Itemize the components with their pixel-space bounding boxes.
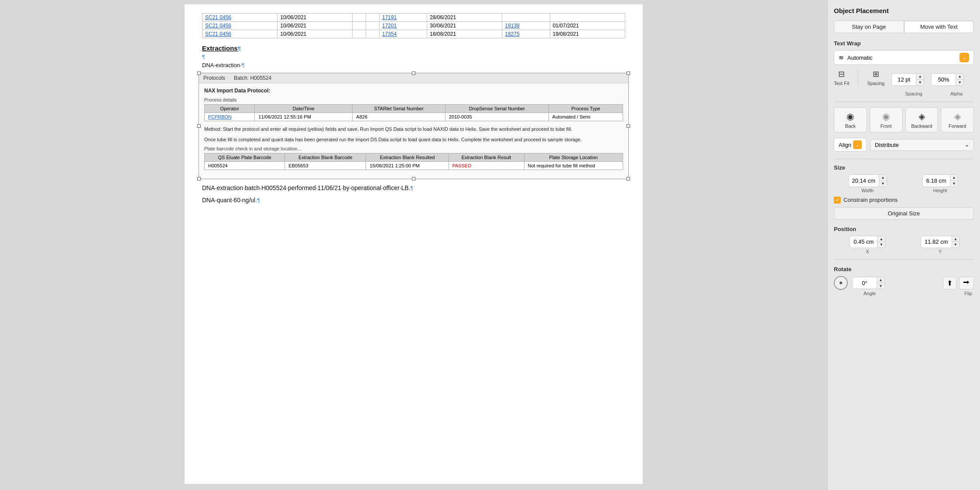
pos-x-value: 0.45 cm	[850, 237, 877, 247]
pos-y-label: Y	[939, 249, 942, 254]
angle-input[interactable]: 0° ▲ ▼	[852, 277, 885, 289]
plate-label: Plate barcode check in and storage locat…	[204, 146, 623, 151]
flip-vertical-button[interactable]: ⬆	[943, 277, 956, 289]
wrap-icon-textfit[interactable]: ⊟ Text Fit	[834, 69, 849, 86]
batch-label: Batch: H005524	[234, 75, 271, 81]
frame-box-1[interactable]: Protocols Batch: H005524 NAX Import Data…	[199, 73, 629, 179]
sc21-link[interactable]: 17191	[382, 14, 397, 20]
width-up[interactable]: ▲	[879, 175, 887, 181]
height-group: 6.18 cm ▲ ▼ Height	[907, 174, 974, 193]
col-starlet: STARlet Serial Number	[353, 105, 445, 113]
handle-ml[interactable]	[197, 124, 201, 128]
method-text-2: Once tube fill is completed and quant da…	[204, 136, 623, 144]
wrap-icons-row: ⊟ Text Fit ⊞ Spacing 12 pt ▲ ▼ 50% ▲ ▼	[834, 69, 974, 86]
width-group: 20.14 cm ▲ ▼ Width	[834, 174, 901, 193]
constrain-checkbox[interactable]: ✓	[834, 197, 841, 204]
sc21-link[interactable]: 18138	[505, 23, 519, 29]
stay-on-page-button[interactable]: Stay on Page	[834, 20, 904, 33]
top-table: SC21 0456 10/06/2021 17191 28/06/2021 SC…	[202, 13, 625, 38]
height-up[interactable]: ▲	[950, 175, 958, 181]
forward-button[interactable]: ◈ Forward	[941, 107, 974, 133]
flip-buttons: ⬆ ⮕	[943, 277, 974, 289]
table-row: FCPRBON 11/06/2021 12:55:16 PM A826 2010…	[205, 113, 623, 121]
width-stepper[interactable]: ▲ ▼	[879, 175, 887, 187]
width-down[interactable]: ▼	[879, 181, 887, 187]
distribute-dropdown[interactable]: Distribute ⌄	[870, 139, 974, 151]
placement-buttons: Stay on Page Move with Text	[834, 20, 974, 33]
pos-y-input[interactable]: 11.82 cm ▲ ▼	[921, 236, 959, 248]
handle-mr[interactable]	[627, 124, 630, 128]
pos-x-input[interactable]: 0.45 cm ▲ ▼	[850, 236, 885, 248]
angle-down[interactable]: ▼	[877, 283, 884, 289]
back-button[interactable]: ◉ Back	[834, 107, 867, 133]
sc21-link[interactable]: 18275	[505, 31, 519, 37]
move-with-text-button[interactable]: Move with Text	[904, 20, 974, 33]
angle-value: 0°	[853, 278, 877, 288]
height-label: Height	[933, 188, 947, 193]
spacing-up[interactable]: ▲	[916, 74, 924, 80]
pos-x-stepper[interactable]: ▲ ▼	[877, 236, 885, 248]
nax-title: NAX Import Data Protocol:	[204, 88, 623, 94]
caption-1: DNA·extraction·batch·H005524·performed·1…	[202, 184, 625, 191]
spacing-input[interactable]: 12 pt ▲ ▼	[891, 73, 924, 86]
pos-y-down[interactable]: ▼	[952, 242, 959, 248]
angle-stepper[interactable]: ▲ ▼	[877, 277, 884, 289]
height-input[interactable]: 6.18 cm ▲ ▼	[922, 174, 958, 187]
width-input[interactable]: 20.14 cm ▲ ▼	[848, 174, 887, 187]
backward-button[interactable]: ◈ Backward	[905, 107, 939, 133]
text-fit-icon: ⊟	[838, 69, 845, 79]
alpha-up[interactable]: ▲	[956, 74, 963, 80]
table-row: SC21 0456 10/06/2021 17201 30/06/2021 18…	[202, 22, 625, 30]
spacing-unit-label: Spacing	[834, 91, 935, 96]
sc21-link[interactable]: 17201	[382, 23, 397, 29]
front-button[interactable]: ◉ Front	[870, 107, 903, 133]
col-extresulted: Extraction Blank Resulted	[366, 153, 449, 162]
align-dropdown[interactable]: Align ⌄	[834, 138, 867, 152]
original-size-button[interactable]: Original Size	[834, 207, 974, 220]
col-dropsense: DropSense Serial Number	[445, 105, 548, 113]
align-distribute-row: Align ⌄ Distribute ⌄	[834, 138, 974, 152]
rotate-dial[interactable]	[834, 276, 848, 290]
flip-horizontal-button[interactable]: ⮕	[959, 277, 974, 289]
angle-up[interactable]: ▲	[877, 277, 884, 283]
operator-link[interactable]: FCPRBON	[208, 114, 232, 119]
handle-tl[interactable]	[197, 71, 201, 75]
text-wrap-section-label: Text Wrap	[834, 40, 974, 47]
sc21-link[interactable]: 17354	[382, 31, 397, 37]
height-down[interactable]: ▼	[950, 181, 958, 187]
pos-y-stepper[interactable]: ▲ ▼	[952, 236, 959, 248]
pos-x-down[interactable]: ▼	[877, 242, 885, 248]
sc21-link[interactable]: SC21 0456	[205, 23, 231, 29]
height-stepper[interactable]: ▲ ▼	[950, 175, 958, 187]
pilcrow-line: ¶	[202, 54, 625, 60]
pos-y-up[interactable]: ▲	[952, 236, 959, 242]
alpha-down[interactable]: ▼	[956, 80, 963, 85]
handle-tm[interactable]	[412, 71, 415, 75]
spacing-stepper[interactable]: ▲ ▼	[916, 74, 924, 85]
constrain-row[interactable]: ✓ Constrain proportions	[834, 197, 974, 204]
back-icon: ◉	[846, 111, 854, 122]
pos-x-up[interactable]: ▲	[877, 236, 885, 242]
wrap-icon-spacing[interactable]: ⊞ Spacing	[867, 69, 884, 86]
caption-2: DNA·quant·60·ng/ul.¶	[202, 197, 625, 204]
handle-br[interactable]	[627, 177, 630, 180]
alpha-stepper[interactable]: ▲ ▼	[956, 74, 963, 85]
handle-bm[interactable]	[412, 177, 415, 180]
spacing-down[interactable]: ▼	[916, 80, 924, 85]
table-row: SC21 0456 10/06/2021 17191 28/06/2021	[202, 14, 625, 22]
spacing-alpha-labels: Spacing Alpha	[834, 91, 974, 96]
pilcrow: ¶	[238, 45, 241, 52]
distribute-chevron-icon: ⌄	[965, 142, 969, 148]
alpha-input[interactable]: 50% ▲ ▼	[931, 73, 964, 86]
sc21-link[interactable]: SC21 0456	[205, 31, 231, 37]
sc21-link[interactable]: SC21 0456	[205, 14, 231, 20]
handle-tr[interactable]	[627, 71, 630, 75]
width-label: Width	[861, 188, 874, 193]
wrap-dropdown[interactable]: ≋ Automatic ⌄	[834, 50, 974, 65]
forward-label: Forward	[949, 123, 966, 129]
handle-bl[interactable]	[197, 177, 201, 180]
extractions-heading: Extractions¶	[202, 44, 625, 52]
col-qs: QS Eluate Plate Barcode	[205, 153, 285, 162]
wrap-dropdown-chevron[interactable]: ⌄	[959, 53, 969, 62]
document-area: SC21 0456 10/06/2021 17191 28/06/2021 SC…	[0, 0, 827, 490]
